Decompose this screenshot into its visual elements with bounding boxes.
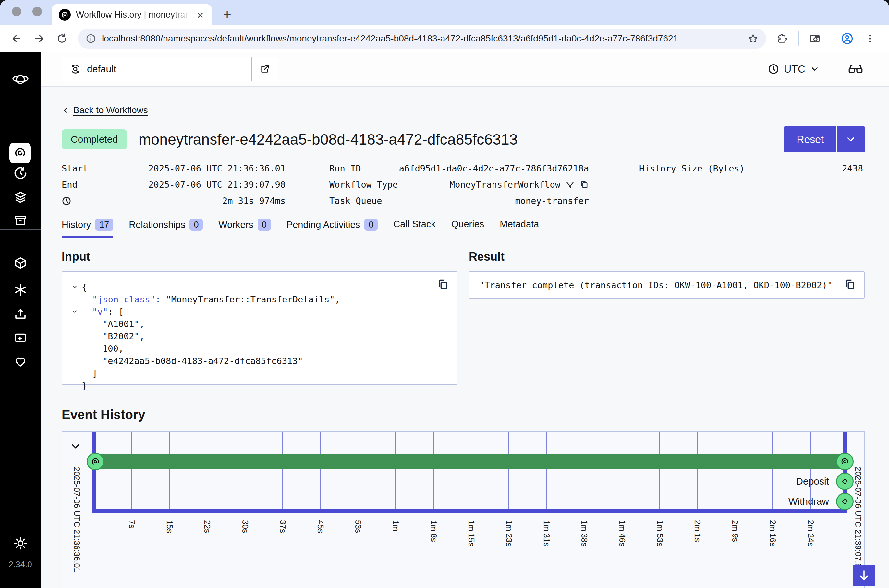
timeline-tick-label: 15s bbox=[165, 520, 174, 533]
timezone-value: UTC bbox=[784, 63, 805, 75]
start-label: Start bbox=[62, 164, 88, 173]
labs-mode-glasses-icon[interactable] bbox=[848, 63, 863, 75]
url-text[interactable]: localhost:8080/namespaces/default/workfl… bbox=[102, 33, 742, 44]
json-key: "json_class" bbox=[92, 294, 155, 304]
workflow-type-link[interactable]: MoneyTransferWorkflow bbox=[450, 180, 560, 190]
timeline-gridline bbox=[622, 432, 622, 509]
reload-icon[interactable] bbox=[52, 28, 72, 49]
copy-icon[interactable] bbox=[437, 279, 448, 290]
toolbar-separator bbox=[798, 32, 799, 46]
timeline-tick-label: 1m 38s bbox=[579, 520, 589, 546]
timeline-tick-label: 1m bbox=[391, 520, 400, 531]
minimize-window-button[interactable] bbox=[32, 7, 42, 16]
tab-call-stack[interactable]: Call Stack bbox=[393, 219, 436, 235]
timeline-start-axis bbox=[92, 432, 96, 513]
browser-menu-icon[interactable] bbox=[860, 28, 880, 49]
tab-metadata[interactable]: Metadata bbox=[499, 219, 539, 235]
tab-pending-activities-count: 0 bbox=[364, 219, 378, 231]
chevron-down-icon bbox=[810, 64, 820, 74]
workflow-type-label: Workflow Type bbox=[329, 180, 398, 190]
temporal-logo-icon[interactable] bbox=[0, 72, 41, 87]
clock-icon bbox=[768, 63, 779, 75]
sidebar-item-deployments[interactable] bbox=[0, 190, 41, 205]
tab-queries[interactable]: Queries bbox=[451, 219, 484, 235]
timeline-tick-label: 37s bbox=[278, 520, 287, 533]
end-value: 2025-07-06 UTC 21:39:07.98 bbox=[148, 180, 286, 190]
site-info-icon[interactable] bbox=[86, 33, 96, 44]
toolbar-separator bbox=[830, 32, 831, 46]
scroll-to-bottom-button[interactable] bbox=[853, 565, 875, 586]
sidebar-item-import[interactable] bbox=[0, 307, 41, 321]
timeline-tick-label: 1m 46s bbox=[617, 520, 627, 546]
sidebar-item-workflows[interactable] bbox=[9, 142, 31, 164]
expand-chevron-icon[interactable] bbox=[69, 440, 82, 453]
task-queue-label: Task Queue bbox=[329, 196, 382, 206]
timeline-tick-label: 2m 16s bbox=[768, 520, 778, 546]
tab-workers[interactable]: Workers0 bbox=[218, 219, 271, 236]
profile-avatar[interactable] bbox=[837, 28, 857, 49]
theme-toggle-sun-icon[interactable] bbox=[0, 536, 41, 550]
activity-node-withdraw[interactable] bbox=[836, 493, 854, 510]
input-json-card: { "json_class": "MoneyTransfer::Transfer… bbox=[62, 271, 457, 385]
sidebar-item-feedback[interactable] bbox=[0, 331, 41, 344]
activity-node-deposit[interactable] bbox=[836, 472, 854, 490]
history-size-value: 2438 bbox=[842, 164, 863, 173]
namespace-selector[interactable]: default bbox=[62, 57, 278, 81]
collapse-chevron-icon[interactable] bbox=[71, 284, 78, 290]
tab-history[interactable]: History17 bbox=[62, 219, 113, 238]
workflow-start-node[interactable] bbox=[87, 453, 104, 470]
event-history-timeline: Deposit Withdraw 2025-07-06 UTC 21:36:36… bbox=[62, 431, 865, 588]
forward-icon[interactable] bbox=[29, 28, 49, 49]
task-queue-link[interactable]: money-transfer bbox=[515, 196, 589, 206]
address-bar[interactable]: localhost:8080/namespaces/default/workfl… bbox=[78, 28, 766, 49]
collapse-chevron-icon[interactable] bbox=[71, 308, 78, 315]
timeline-gridline bbox=[584, 432, 584, 509]
timeline-gridline bbox=[471, 432, 471, 509]
browser-toolbar: localhost:8080/namespaces/default/workfl… bbox=[0, 25, 889, 52]
workflow-title: moneytransfer-e4242aa5-b08d-4183-a472-df… bbox=[138, 130, 518, 148]
workflow-execution-bar[interactable] bbox=[95, 454, 845, 470]
reset-menu-caret[interactable] bbox=[836, 126, 865, 152]
timeline-gridline bbox=[207, 432, 207, 509]
extensions-icon[interactable] bbox=[772, 28, 792, 49]
result-heading: Result bbox=[469, 250, 865, 264]
timeline-tick-label: 1m 31s bbox=[542, 520, 551, 546]
reset-button-group: Reset bbox=[784, 126, 865, 152]
namespace-external-link-icon[interactable] bbox=[251, 57, 278, 81]
sidebar-item-batch-operations[interactable] bbox=[0, 283, 41, 297]
timeline-tick-label: 53s bbox=[353, 520, 363, 533]
start-value: 2025-07-06 UTC 21:36:36.01 bbox=[148, 164, 286, 173]
app-version: 2.34.0 bbox=[0, 560, 41, 570]
timezone-selector[interactable]: UTC bbox=[768, 63, 820, 75]
tab-history-count: 17 bbox=[95, 219, 113, 231]
sidebar-item-favorites[interactable] bbox=[0, 355, 41, 368]
tab-pending-activities[interactable]: Pending Activities0 bbox=[286, 219, 378, 236]
browser-tab[interactable]: Workflow History | moneytran × bbox=[51, 4, 212, 25]
copy-icon[interactable] bbox=[580, 180, 589, 189]
namespace-icon bbox=[69, 63, 81, 75]
new-tab-button[interactable]: + bbox=[218, 5, 236, 23]
down-arrow-icon bbox=[857, 569, 871, 582]
reset-button[interactable]: Reset bbox=[784, 126, 836, 152]
close-window-button[interactable] bbox=[12, 7, 21, 16]
bookmark-star-icon[interactable] bbox=[748, 33, 758, 44]
filter-funnel-icon[interactable] bbox=[566, 180, 575, 189]
timeline-end-datetime: 2025-07-06 UTC 21:39:07.98 bbox=[853, 467, 863, 572]
tab-close-icon[interactable]: × bbox=[196, 9, 205, 20]
back-icon[interactable] bbox=[6, 28, 27, 49]
timeline-gridline bbox=[508, 432, 509, 509]
sidebar-item-nexus[interactable] bbox=[0, 256, 41, 270]
sidebar-item-schedules[interactable] bbox=[0, 166, 41, 180]
namespace-topbar: default UTC bbox=[41, 52, 889, 87]
sidebar-item-archival[interactable] bbox=[0, 214, 41, 228]
timeline-gridline bbox=[358, 432, 358, 509]
timeline-gridline bbox=[282, 432, 283, 509]
activity-label-deposit: Deposit bbox=[796, 476, 829, 487]
timeline-gridline bbox=[546, 432, 547, 509]
tab-relationships[interactable]: Relationships0 bbox=[129, 219, 203, 236]
copy-icon[interactable] bbox=[845, 279, 856, 290]
back-to-workflows-link[interactable]: Back to Workflows bbox=[73, 105, 148, 116]
timeline-tick-label: 1m 15s bbox=[466, 520, 476, 546]
workflow-end-node[interactable] bbox=[836, 453, 854, 470]
tab-search-icon[interactable] bbox=[805, 28, 825, 49]
